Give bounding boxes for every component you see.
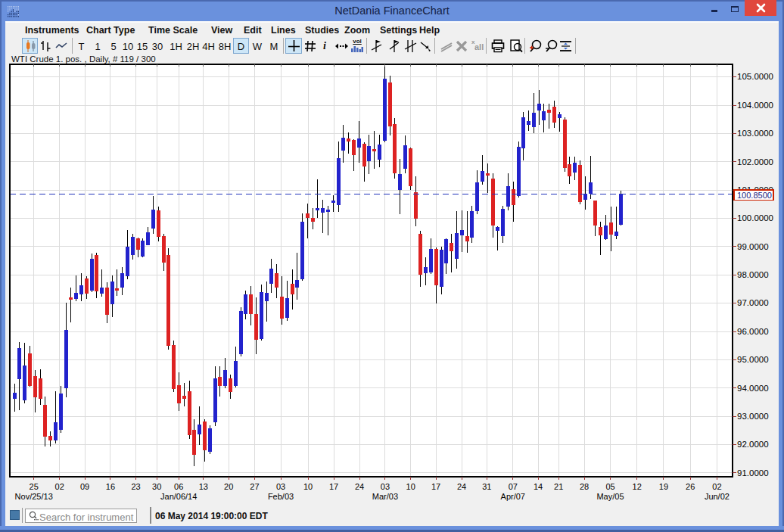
svg-text:Jan/06/14: Jan/06/14 — [160, 492, 197, 501]
svg-text:02: 02 — [55, 482, 64, 491]
svg-text:31: 31 — [482, 482, 491, 491]
svg-text:97.0000: 97.0000 — [737, 298, 769, 307]
svg-text:105.0000: 105.0000 — [737, 72, 773, 81]
svg-text:16: 16 — [106, 482, 115, 491]
svg-text:28: 28 — [580, 482, 589, 491]
svg-text:17: 17 — [329, 482, 338, 491]
svg-text:Jun/02: Jun/02 — [705, 492, 730, 501]
svg-text:91.0000: 91.0000 — [737, 468, 769, 478]
svg-text:09: 09 — [80, 482, 89, 491]
svg-text:26: 26 — [686, 482, 695, 491]
svg-text:94.0000: 94.0000 — [737, 384, 769, 393]
svg-text:103.0000: 103.0000 — [737, 129, 773, 138]
svg-text:23: 23 — [131, 482, 140, 491]
svg-text:20: 20 — [224, 482, 233, 491]
svg-text:104.0000: 104.0000 — [737, 101, 773, 110]
svg-text:21: 21 — [554, 482, 563, 491]
svg-text:25: 25 — [30, 482, 39, 491]
svg-text:14: 14 — [534, 482, 543, 491]
svg-text:24: 24 — [457, 482, 466, 491]
svg-text:07: 07 — [509, 482, 518, 491]
svg-text:12: 12 — [633, 482, 642, 491]
svg-text:100.8500: 100.8500 — [737, 191, 772, 200]
svg-text:Feb/03: Feb/03 — [268, 492, 294, 501]
svg-text:98.0000: 98.0000 — [737, 270, 769, 279]
svg-text:93.0000: 93.0000 — [737, 412, 769, 421]
svg-text:92.0000: 92.0000 — [737, 440, 769, 449]
svg-text:102.0000: 102.0000 — [737, 157, 773, 166]
svg-text:06: 06 — [174, 482, 183, 491]
svg-text:30: 30 — [152, 482, 161, 491]
svg-text:03: 03 — [276, 482, 285, 491]
svg-text:Mar/03: Mar/03 — [372, 492, 398, 501]
svg-text:03: 03 — [381, 482, 390, 491]
svg-text:10: 10 — [303, 482, 313, 491]
svg-text:100.0000: 100.0000 — [737, 213, 773, 222]
svg-text:27: 27 — [250, 482, 259, 491]
svg-text:19: 19 — [659, 482, 668, 491]
svg-text:May/05: May/05 — [596, 492, 624, 501]
svg-text:99.0000: 99.0000 — [737, 242, 769, 251]
svg-text:05: 05 — [605, 482, 614, 491]
svg-text:17: 17 — [431, 482, 440, 491]
svg-text:95.0000: 95.0000 — [737, 355, 769, 364]
svg-text:13: 13 — [199, 482, 208, 491]
svg-text:Nov/25/13: Nov/25/13 — [15, 492, 53, 501]
svg-text:24: 24 — [355, 482, 364, 491]
svg-text:10: 10 — [406, 482, 415, 491]
svg-text:Apr/07: Apr/07 — [501, 492, 525, 501]
svg-text:96.0000: 96.0000 — [737, 327, 769, 336]
svg-text:02: 02 — [712, 482, 721, 491]
